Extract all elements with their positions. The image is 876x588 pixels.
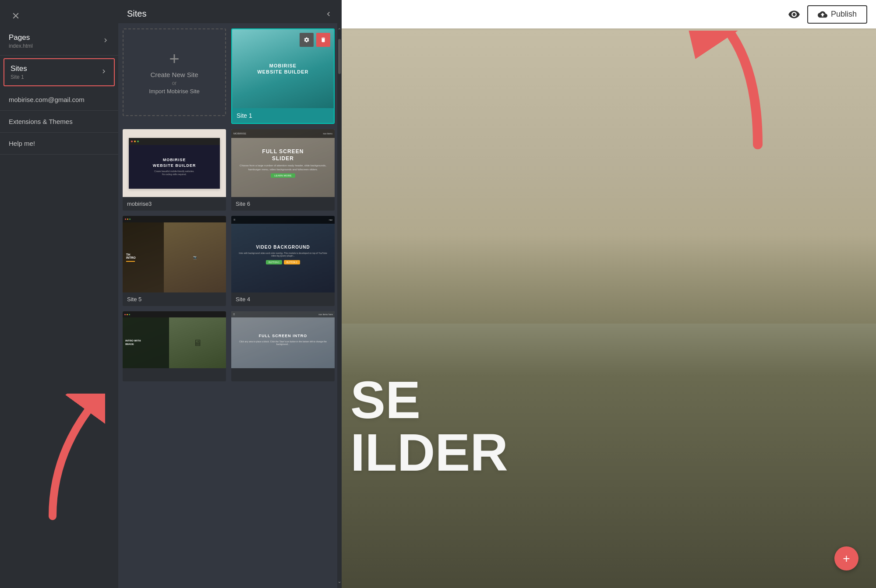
pages-label: Pages <box>9 33 33 42</box>
sites-panel-close-icon[interactable] <box>324 10 333 18</box>
create-new-label: Create New Site <box>150 71 198 78</box>
scrollbar[interactable] <box>337 23 342 588</box>
publish-upload-icon <box>818 10 827 19</box>
site1-thumb-content: MOBIRISEWEBSITE BUILDER <box>257 63 308 75</box>
site1-delete-btn[interactable] <box>316 33 330 47</box>
sites-header: Sites <box>118 0 342 23</box>
scroll-down-icon[interactable] <box>336 577 342 588</box>
sidebar-item-email[interactable]: mobirise.com@gmail.com <box>0 89 118 111</box>
site1-label: Site 1 <box>237 112 252 119</box>
publish-button[interactable]: Publish <box>807 5 867 24</box>
site-card-fullscreen-intro[interactable]: ☰ nav items here FULL SCREEN INTRO Click… <box>231 311 335 381</box>
hero-line2: ILDER <box>350 423 508 482</box>
sites-grid: + Create New Site or Import Mobirise Sit… <box>123 28 335 381</box>
add-block-btn[interactable]: + <box>834 546 858 570</box>
sidebar-close-area <box>0 0 118 27</box>
mobirise3-label: mobirise3 <box>123 197 226 211</box>
create-or-label: or <box>172 80 177 86</box>
create-new-site-card[interactable]: + Create New Site or Import Mobirise Sit… <box>123 28 226 116</box>
sites-sub: Site 1 <box>11 74 27 80</box>
site-card-site6[interactable]: MOBIRISE nav items FULL SCREENSLIDER Cho… <box>231 129 335 211</box>
site6-label: Site 6 <box>231 197 335 211</box>
publish-label: Publish <box>831 10 857 19</box>
hero-line1: SE <box>350 370 420 429</box>
site-card-site4[interactable]: ☰ nav VIDEO BACKGROUND Intro with backgr… <box>231 216 335 306</box>
sites-label: Sites <box>11 64 27 73</box>
hero-text: SE ILDER <box>350 373 508 479</box>
site-card-site5[interactable]: THINTRO 📷 Site 5 <box>123 216 226 306</box>
main-content: Publish SE ILDER + <box>342 0 876 588</box>
sidebar-item-sites[interactable]: Sites Site 1 <box>4 59 114 85</box>
mobirise3-inner: MOBIRISEWEBSITE BUILDER Create beautiful… <box>129 138 220 189</box>
sidebar-sites-active-box: Sites Site 1 <box>4 58 115 86</box>
intro-img-overlay: INTRO WITHIMAGE 🖥 <box>123 311 226 368</box>
site1-actions <box>300 33 330 47</box>
arrow-to-publish <box>688 31 766 155</box>
site-card-mobirise3[interactable]: MOBIRISEWEBSITE BUILDER Create beautiful… <box>123 129 226 211</box>
site1-label-overlay: Site 1 <box>232 108 334 123</box>
pages-chevron-icon <box>102 36 110 46</box>
sites-chevron-icon <box>100 67 108 77</box>
close-icon[interactable] <box>9 9 23 23</box>
arrow-annotation <box>18 394 105 527</box>
site5-overlay: THINTRO 📷 <box>123 216 226 292</box>
pages-sub: index.html <box>9 43 33 49</box>
import-label: Import Mobirise Site <box>149 88 200 95</box>
sidebar-item-extensions[interactable]: Extensions & Themes <box>0 111 118 133</box>
site4-label: Site 4 <box>231 292 335 306</box>
email-label: mobirise.com@gmail.com <box>9 96 85 103</box>
help-label: Help me! <box>9 140 35 147</box>
sidebar-item-pages[interactable]: Pages index.html <box>0 27 118 56</box>
sites-panel: Sites + Create New Site or <box>118 0 342 588</box>
top-bar: Publish <box>342 0 876 28</box>
site4-overlay: ☰ nav VIDEO BACKGROUND Intro with backgr… <box>231 216 335 292</box>
extensions-label: Extensions & Themes <box>9 118 73 125</box>
site5-label: Site 5 <box>123 292 226 306</box>
scroll-thumb <box>338 39 341 74</box>
preview-icon-btn[interactable] <box>785 6 803 23</box>
site-card-site1[interactable]: MOBIRISEWEBSITE BUILDER Site 1 <box>231 28 335 124</box>
site6-overlay: MOBIRISE nav items FULL SCREENSLIDER Cho… <box>231 129 335 197</box>
add-icon: + <box>843 553 850 565</box>
fullscreen-intro-overlay: ☰ nav items here FULL SCREEN INTRO Click… <box>231 311 335 368</box>
create-new-plus-icon: + <box>169 50 179 67</box>
site-card-intro-img[interactable]: INTRO WITHIMAGE 🖥 <box>123 311 226 381</box>
scroll-up-icon[interactable] <box>336 23 342 35</box>
site1-settings-btn[interactable] <box>300 33 314 47</box>
sites-grid-area: + Create New Site or Import Mobirise Sit… <box>118 23 342 588</box>
sidebar-item-help[interactable]: Help me! <box>0 133 118 155</box>
sites-panel-title: Sites <box>127 9 146 19</box>
sidebar: Pages index.html Sites Site 1 mobirise.c… <box>0 0 118 588</box>
